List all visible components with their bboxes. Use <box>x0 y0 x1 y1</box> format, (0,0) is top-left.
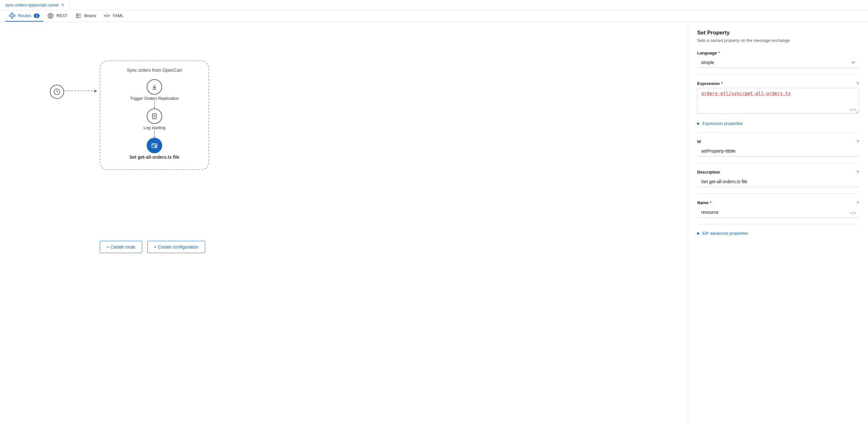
expression-properties-link[interactable]: ▶ Expression properties <box>697 121 859 126</box>
tab-routes[interactable]: Routes 1 <box>5 10 43 22</box>
divider-3 <box>697 163 859 163</box>
expression-textarea-wrapper: orders-etl/sync/get-all-orders.ts </> <box>697 88 859 115</box>
action-buttons: + Create route + Create configuration <box>100 241 205 253</box>
clock-icon <box>53 88 60 95</box>
id-input[interactable] <box>697 146 859 157</box>
id-help-icon[interactable]: ? <box>857 139 859 144</box>
yaml-icon-text: </> <box>104 13 110 18</box>
eip-advanced-label: EIP advanced properties <box>702 231 748 236</box>
name-help-icon[interactable]: ? <box>857 200 859 205</box>
routes-badge: 1 <box>34 13 39 18</box>
trigger-label: Trigger Orders Replication <box>130 96 179 101</box>
tab-rest[interactable]: REST <box>43 10 71 22</box>
description-label: Description ? <box>697 170 859 174</box>
setprop-icon-circle <box>147 138 162 153</box>
log-icon-circle <box>147 109 162 124</box>
divider-5 <box>697 224 859 224</box>
setprop-label: Set get-all-orders.ts file <box>129 154 180 160</box>
eip-advanced-link[interactable]: ▶ EIP advanced properties <box>697 231 859 236</box>
expression-label: Expression * ? <box>697 81 859 86</box>
timer-node[interactable] <box>50 85 64 99</box>
tab-rest-label: REST <box>56 13 68 18</box>
name-input[interactable] <box>697 207 859 218</box>
tab-routes-label: Routes <box>18 13 31 18</box>
arrow-head: ▶ <box>94 88 97 93</box>
language-select[interactable]: simple constant groovy javascript jsonpa… <box>697 57 859 68</box>
tab-beans[interactable]: Beans <box>71 10 100 22</box>
tab-beans-label: Beans <box>84 13 96 18</box>
expression-properties-label: Expression properties <box>702 121 743 126</box>
routes-icon <box>9 12 16 19</box>
language-field-row: Language * simple constant groovy javasc… <box>697 51 859 68</box>
description-input[interactable] <box>697 176 859 187</box>
canvas-area[interactable]: ▶ Sync orders from OpenCart <box>0 22 688 425</box>
nodes-column: Trigger Orders Replication <box>110 79 199 160</box>
expression-code-icon: </> <box>849 108 857 112</box>
connector-2 <box>154 130 155 138</box>
divider-2 <box>697 132 859 133</box>
create-config-button[interactable]: + Create configuration <box>147 241 205 253</box>
expression-help-icon[interactable]: ? <box>857 81 859 86</box>
download-icon <box>151 84 158 90</box>
eip-chevron-icon: ▶ <box>697 231 700 235</box>
description-help-icon[interactable]: ? <box>857 170 859 174</box>
tab-yaml[interactable]: </> YAML <box>100 10 127 22</box>
name-field-row: Name * ? </> <box>697 200 859 218</box>
tab-yaml-label: YAML <box>113 13 124 18</box>
route-box: Sync orders from OpenCart Trigger <box>100 60 209 170</box>
divider-1 <box>697 74 859 75</box>
create-route-button[interactable]: + Create route <box>100 241 142 253</box>
svg-line-17 <box>57 92 58 92</box>
file-tab[interactable]: sync-orders-typescript.camel × <box>0 0 70 10</box>
svg-rect-3 <box>13 15 15 17</box>
language-label: Language * <box>697 51 859 55</box>
id-field-row: Id ? <box>697 139 859 157</box>
log-label: Log starting <box>144 125 165 130</box>
expression-field-row: Expression * ? orders-etl/sync/get-all-o… <box>697 81 859 115</box>
right-panel: Set Property Sets a named property on th… <box>688 22 868 425</box>
divider-4 <box>697 194 859 194</box>
panel-subtitle: Sets a named property on the message exc… <box>697 38 859 43</box>
rest-icon <box>47 12 54 19</box>
trigger-icon-circle <box>147 79 162 95</box>
setprop-node[interactable]: Set get-all-orders.ts file <box>129 138 180 160</box>
dashed-connector-line <box>64 90 96 91</box>
expression-input[interactable]: orders-etl/sync/get-all-orders.ts <box>697 88 859 114</box>
id-label: Id ? <box>697 139 859 144</box>
name-input-wrapper: </> <box>697 207 859 218</box>
connector-1 <box>154 101 155 109</box>
main-layout: ▶ Sync orders from OpenCart <box>0 22 868 425</box>
route-diagram: Sync orders from OpenCart Trigger <box>100 60 209 170</box>
route-label: Sync orders from OpenCart <box>110 67 199 73</box>
svg-rect-0 <box>9 15 11 17</box>
log-node[interactable]: Log starting <box>144 109 165 130</box>
expression-chevron-icon: ▶ <box>697 121 700 125</box>
nav-tab-bar: Routes 1 REST Beans </> YAML <box>0 10 868 22</box>
panel-title: Set Property <box>697 30 859 36</box>
trigger-node[interactable]: Trigger Orders Replication <box>130 79 179 101</box>
log-icon <box>151 113 158 119</box>
description-field-row: Description ? <box>697 170 859 187</box>
file-tab-name: sync-orders-typescript.camel <box>5 3 59 7</box>
setprop-icon <box>151 142 158 149</box>
name-code-icon: </> <box>850 211 857 215</box>
name-label: Name * ? <box>697 200 859 205</box>
beans-icon <box>75 12 82 19</box>
close-tab-button[interactable]: × <box>61 3 64 8</box>
